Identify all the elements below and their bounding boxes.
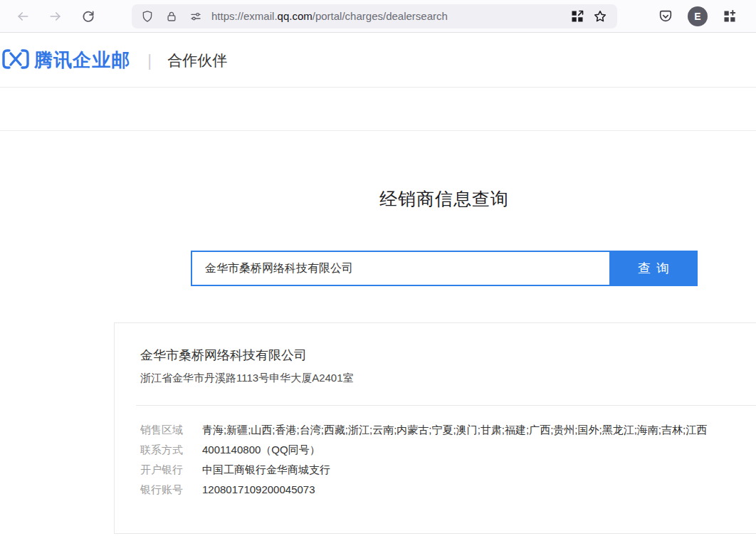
- dealer-search-input[interactable]: [191, 251, 609, 286]
- dealer-fields: 销售区域青海;新疆;山西;香港;台湾;西藏;浙江;云南;内蒙古;宁夏;澳门;甘肃…: [140, 423, 756, 503]
- url-protocol: https://: [211, 10, 243, 22]
- search-button[interactable]: 查询: [609, 251, 698, 286]
- exmail-logo-icon[interactable]: [1, 48, 30, 73]
- field-value: 1208017109200045073: [202, 483, 315, 495]
- field-row-sales-region: 销售区域青海;新疆;山西;香港;台湾;西藏;浙江;云南;内蒙古;宁夏;澳门;甘肃…: [140, 423, 756, 443]
- brand-divider: |: [147, 51, 152, 70]
- grid-arrow-icon[interactable]: [569, 8, 586, 25]
- url-domain: qq.com: [278, 10, 313, 22]
- field-label: 销售区域: [140, 423, 186, 436]
- permissions-icon[interactable]: [189, 9, 203, 23]
- grid-plus-icon[interactable]: [720, 6, 740, 26]
- dealer-result-card: 金华市桑桥网络科技有限公司 浙江省金华市丹溪路1113号申华大厦A2401室 销…: [114, 322, 756, 534]
- pocket-icon[interactable]: [656, 6, 676, 26]
- field-label: 开户银行: [140, 463, 186, 476]
- shield-icon[interactable]: [140, 9, 154, 23]
- brand-name[interactable]: 腾讯企业邮: [34, 48, 130, 73]
- field-row-bank: 开户银行中国工商银行金华商城支行: [140, 463, 756, 483]
- page-title: 经销商信息查询: [191, 187, 698, 211]
- url-text: https://exmail.qq.com/portal/charges/dea…: [211, 10, 448, 22]
- browser-toolbar: https://exmail.qq.com/portal/charges/dea…: [0, 0, 756, 33]
- back-icon[interactable]: [13, 6, 33, 26]
- field-row-account: 银行账号1208017109200045073: [140, 483, 756, 503]
- company-name: 金华市桑桥网络科技有限公司: [140, 346, 756, 364]
- field-label: 联系方式: [140, 443, 186, 456]
- url-path: /portal/charges/dealersearch: [313, 10, 448, 22]
- field-value: 中国工商银行金华商城支行: [202, 463, 330, 476]
- section-title: 合作伙伴: [167, 51, 227, 70]
- url-subdomain: exmail.: [243, 10, 278, 22]
- field-row-contact: 联系方式4001140800（QQ同号）: [140, 443, 756, 463]
- bookmark-star-icon[interactable]: [592, 8, 609, 25]
- field-label: 银行账号: [140, 483, 186, 496]
- profile-avatar[interactable]: E: [688, 6, 708, 26]
- company-address: 浙江省金华市丹溪路1113号申华大厦A2401室: [140, 371, 756, 385]
- url-bar[interactable]: https://exmail.qq.com/portal/charges/dea…: [132, 4, 617, 28]
- field-value: 青海;新疆;山西;香港;台湾;西藏;浙江;云南;内蒙古;宁夏;澳门;甘肃;福建;…: [202, 424, 707, 436]
- lock-icon[interactable]: [164, 9, 179, 23]
- site-header: 腾讯企业邮 | 合作伙伴: [0, 33, 756, 88]
- forward-icon[interactable]: [46, 6, 65, 26]
- subnav-band: [0, 88, 756, 131]
- card-divider: [136, 405, 756, 406]
- avatar-initial: E: [688, 6, 708, 26]
- reload-icon[interactable]: [78, 6, 98, 26]
- dealer-search-form: 查询: [191, 251, 698, 286]
- field-value: 4001140800（QQ同号）: [202, 443, 320, 456]
